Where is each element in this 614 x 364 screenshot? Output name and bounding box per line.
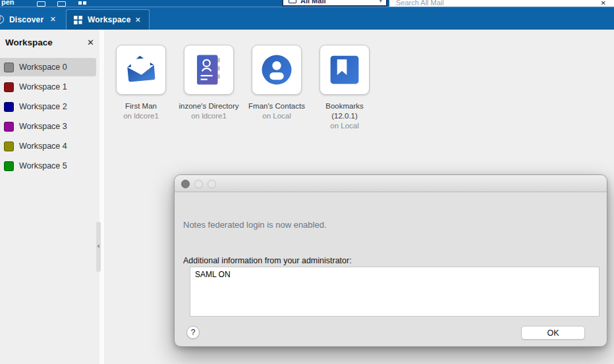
mail-icon [289, 0, 296, 3]
sidebar-item-workspace-0[interactable]: Workspace 0 [0, 58, 96, 76]
workspace-grid-icon [74, 16, 82, 24]
sidebar-item-workspace-5[interactable]: Workspace 5 [0, 157, 96, 175]
tab-workspace-close-icon[interactable]: ✕ [135, 16, 141, 24]
app-tile-first-man[interactable] [116, 45, 166, 95]
sidebar-item-label: Workspace 4 [19, 142, 67, 151]
bookmark-icon [327, 52, 362, 88]
tile-name: Fman's Contacts [244, 101, 310, 111]
tile-name: First Man [108, 101, 174, 111]
admin-info-label: Additional information from your adminis… [183, 256, 352, 265]
tile-label-contacts: Fman's Contacts on Local [244, 101, 310, 121]
window-zoom-circle-icon[interactable] [208, 180, 216, 188]
app-tile-directory[interactable] [184, 45, 234, 95]
help-button[interactable]: ? [186, 326, 200, 339]
tile-name: inzone's Directory [176, 101, 242, 111]
sidebar-item-label: Workspace 2 [19, 102, 67, 111]
info-icon: i [0, 15, 4, 24]
search-clear-icon[interactable]: ✕ [601, 0, 606, 7]
sidebar-item-label: Workspace 1 [19, 82, 67, 91]
tab-discover[interactable]: i Discover ✕ [0, 9, 64, 30]
dialog-message: Notes federated login is now enabled. [183, 220, 327, 230]
workspace-grid-icon[interactable] [78, 1, 82, 5]
sidebar-splitter[interactable] [99, 30, 104, 364]
workspace-grid-icon[interactable] [83, 1, 86, 5]
tab-workspace[interactable]: Workspace ✕ [66, 9, 150, 30]
mail-envelope-icon [122, 51, 161, 90]
sidebar-item-workspace-1[interactable]: Workspace 1 [0, 78, 96, 96]
tab-discover-label: Discover [9, 15, 43, 24]
tile-location: on Local [312, 121, 377, 131]
sidebar-item-workspace-4[interactable]: Workspace 4 [0, 137, 96, 155]
window-minimize-circle-icon[interactable] [194, 180, 203, 188]
tile-location: on Local [244, 111, 310, 121]
window-close-circle-icon[interactable] [181, 180, 190, 188]
sidebar-item-workspace-3[interactable]: Workspace 3 [0, 117, 96, 136]
directory-book-icon [191, 52, 227, 88]
open-button-partial-label[interactable]: pen [1, 0, 14, 6]
sidebar-header: Workspace ✕ [5, 38, 94, 47]
sidebar-item-label: Workspace 5 [19, 161, 67, 170]
tile-label-directory: inzone's Directory on ldcore1 [176, 101, 242, 121]
tile-location: on ldcore1 [176, 111, 242, 121]
splitter-collapse-arrow-icon [97, 244, 99, 248]
search-placeholder: Search All Mail [396, 0, 601, 7]
tile-label-bookmarks: Bookmarks (12.0.1) on Local [312, 101, 377, 131]
chevron-down-icon: ▾ [379, 0, 382, 4]
mail-scope-dropdown[interactable]: All Mail ▾ [282, 0, 387, 7]
workspace-color-swatch [4, 63, 14, 72]
workspace-color-swatch [4, 142, 14, 151]
dialog-titlebar[interactable] [175, 175, 607, 192]
tile-label-first-man: First Man on ldcore1 [108, 101, 174, 121]
sidebar-item-workspace-2[interactable]: Workspace 2 [0, 97, 96, 116]
tab-discover-close-icon[interactable]: ✕ [50, 15, 56, 24]
admin-info-textarea[interactable]: SAML ON [190, 267, 600, 317]
workspace-color-swatch [4, 161, 14, 171]
toolbar-window-icon[interactable] [57, 1, 66, 7]
sidebar-close-icon[interactable]: ✕ [87, 38, 94, 47]
tab-bar: i Discover ✕ Workspace ✕ [0, 7, 614, 30]
sidebar-item-label: Workspace 0 [19, 63, 67, 72]
contacts-person-icon [259, 52, 294, 88]
workspace-color-swatch [4, 102, 14, 112]
toolbar-window-icon[interactable] [37, 1, 45, 7]
tile-location: on ldcore1 [108, 111, 174, 121]
workspace-color-swatch [4, 82, 14, 92]
app-tile-contacts[interactable] [252, 45, 302, 95]
tab-workspace-label: Workspace [88, 15, 131, 24]
app-tile-bookmarks[interactable] [320, 45, 370, 95]
ok-button[interactable]: OK [521, 326, 585, 340]
federated-login-dialog: Notes federated login is now enabled. Ad… [174, 174, 607, 347]
tile-name: Bookmarks (12.0.1) [312, 101, 377, 121]
sidebar-title: Workspace [5, 38, 53, 47]
mail-scope-label: All Mail [300, 0, 379, 5]
workspace-sidebar: Workspace ✕ Workspace 0 Workspace 1 Work… [0, 30, 99, 364]
search-input[interactable]: Search All Mail ✕ [389, 0, 614, 7]
workspace-color-swatch [4, 122, 14, 132]
toolbar-strip: pen All Mail ▾ Search All Mail ✕ [0, 0, 614, 7]
sidebar-item-label: Workspace 3 [19, 122, 67, 131]
splitter-handle[interactable] [96, 222, 101, 272]
